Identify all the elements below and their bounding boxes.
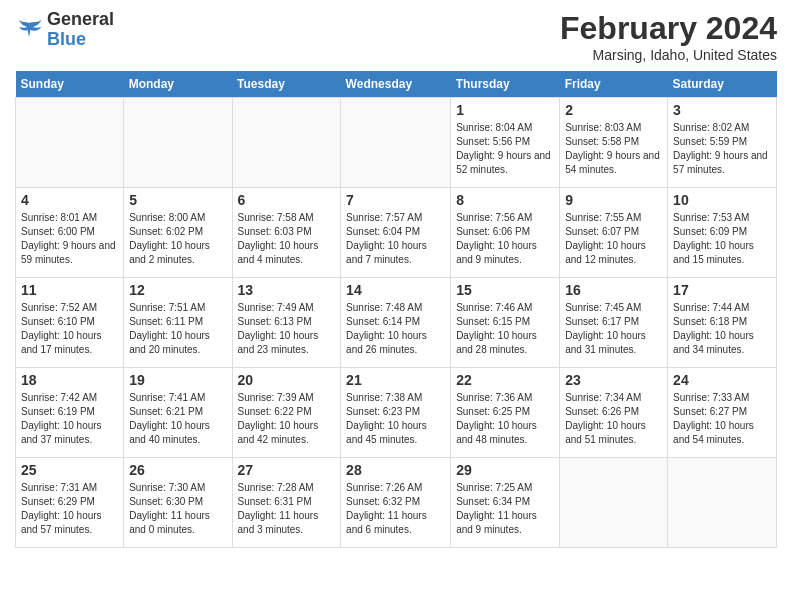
day-info: Sunrise: 7:31 AM Sunset: 6:29 PM Dayligh… [21, 481, 118, 537]
calendar-week-row: 4Sunrise: 8:01 AM Sunset: 6:00 PM Daylig… [16, 188, 777, 278]
day-info: Sunrise: 7:25 AM Sunset: 6:34 PM Dayligh… [456, 481, 554, 537]
day-number: 5 [129, 192, 226, 208]
weekday-header: Monday [124, 71, 232, 98]
calendar-day-cell: 29Sunrise: 7:25 AM Sunset: 6:34 PM Dayli… [451, 458, 560, 548]
day-number: 15 [456, 282, 554, 298]
day-info: Sunrise: 7:55 AM Sunset: 6:07 PM Dayligh… [565, 211, 662, 267]
page-header: General Blue February 2024 Marsing, Idah… [15, 10, 777, 63]
calendar-day-cell [560, 458, 668, 548]
day-info: Sunrise: 7:26 AM Sunset: 6:32 PM Dayligh… [346, 481, 445, 537]
calendar-day-cell: 5Sunrise: 8:00 AM Sunset: 6:02 PM Daylig… [124, 188, 232, 278]
day-info: Sunrise: 7:42 AM Sunset: 6:19 PM Dayligh… [21, 391, 118, 447]
day-info: Sunrise: 7:36 AM Sunset: 6:25 PM Dayligh… [456, 391, 554, 447]
day-number: 25 [21, 462, 118, 478]
day-info: Sunrise: 7:30 AM Sunset: 6:30 PM Dayligh… [129, 481, 226, 537]
logo-text: General Blue [47, 10, 114, 50]
day-number: 2 [565, 102, 662, 118]
weekday-header: Sunday [16, 71, 124, 98]
calendar-day-cell [124, 98, 232, 188]
day-number: 23 [565, 372, 662, 388]
day-info: Sunrise: 7:39 AM Sunset: 6:22 PM Dayligh… [238, 391, 336, 447]
month-year-title: February 2024 [560, 10, 777, 47]
calendar-day-cell: 25Sunrise: 7:31 AM Sunset: 6:29 PM Dayli… [16, 458, 124, 548]
day-number: 17 [673, 282, 771, 298]
calendar-week-row: 1Sunrise: 8:04 AM Sunset: 5:56 PM Daylig… [16, 98, 777, 188]
day-info: Sunrise: 8:00 AM Sunset: 6:02 PM Dayligh… [129, 211, 226, 267]
day-number: 1 [456, 102, 554, 118]
calendar-day-cell: 16Sunrise: 7:45 AM Sunset: 6:17 PM Dayli… [560, 278, 668, 368]
calendar-day-cell: 20Sunrise: 7:39 AM Sunset: 6:22 PM Dayli… [232, 368, 341, 458]
day-info: Sunrise: 8:01 AM Sunset: 6:00 PM Dayligh… [21, 211, 118, 267]
day-number: 19 [129, 372, 226, 388]
calendar-day-cell: 2Sunrise: 8:03 AM Sunset: 5:58 PM Daylig… [560, 98, 668, 188]
day-number: 18 [21, 372, 118, 388]
day-number: 13 [238, 282, 336, 298]
day-info: Sunrise: 7:57 AM Sunset: 6:04 PM Dayligh… [346, 211, 445, 267]
calendar-day-cell: 6Sunrise: 7:58 AM Sunset: 6:03 PM Daylig… [232, 188, 341, 278]
day-info: Sunrise: 7:52 AM Sunset: 6:10 PM Dayligh… [21, 301, 118, 357]
calendar-day-cell: 14Sunrise: 7:48 AM Sunset: 6:14 PM Dayli… [341, 278, 451, 368]
day-info: Sunrise: 8:02 AM Sunset: 5:59 PM Dayligh… [673, 121, 771, 177]
day-info: Sunrise: 8:04 AM Sunset: 5:56 PM Dayligh… [456, 121, 554, 177]
calendar-day-cell: 24Sunrise: 7:33 AM Sunset: 6:27 PM Dayli… [668, 368, 777, 458]
calendar-day-cell: 9Sunrise: 7:55 AM Sunset: 6:07 PM Daylig… [560, 188, 668, 278]
calendar-day-cell: 8Sunrise: 7:56 AM Sunset: 6:06 PM Daylig… [451, 188, 560, 278]
day-info: Sunrise: 7:33 AM Sunset: 6:27 PM Dayligh… [673, 391, 771, 447]
day-number: 24 [673, 372, 771, 388]
calendar-week-row: 11Sunrise: 7:52 AM Sunset: 6:10 PM Dayli… [16, 278, 777, 368]
day-number: 4 [21, 192, 118, 208]
day-number: 11 [21, 282, 118, 298]
calendar-day-cell: 18Sunrise: 7:42 AM Sunset: 6:19 PM Dayli… [16, 368, 124, 458]
day-number: 22 [456, 372, 554, 388]
calendar-table: SundayMondayTuesdayWednesdayThursdayFrid… [15, 71, 777, 548]
calendar-week-row: 25Sunrise: 7:31 AM Sunset: 6:29 PM Dayli… [16, 458, 777, 548]
calendar-day-cell: 27Sunrise: 7:28 AM Sunset: 6:31 PM Dayli… [232, 458, 341, 548]
logo-bird-icon [15, 16, 43, 44]
day-info: Sunrise: 8:03 AM Sunset: 5:58 PM Dayligh… [565, 121, 662, 177]
day-info: Sunrise: 7:58 AM Sunset: 6:03 PM Dayligh… [238, 211, 336, 267]
day-number: 8 [456, 192, 554, 208]
day-number: 20 [238, 372, 336, 388]
day-info: Sunrise: 7:46 AM Sunset: 6:15 PM Dayligh… [456, 301, 554, 357]
day-info: Sunrise: 7:51 AM Sunset: 6:11 PM Dayligh… [129, 301, 226, 357]
day-number: 27 [238, 462, 336, 478]
weekday-header: Saturday [668, 71, 777, 98]
day-number: 12 [129, 282, 226, 298]
day-number: 29 [456, 462, 554, 478]
weekday-header-row: SundayMondayTuesdayWednesdayThursdayFrid… [16, 71, 777, 98]
day-info: Sunrise: 7:38 AM Sunset: 6:23 PM Dayligh… [346, 391, 445, 447]
day-info: Sunrise: 7:49 AM Sunset: 6:13 PM Dayligh… [238, 301, 336, 357]
calendar-day-cell: 19Sunrise: 7:41 AM Sunset: 6:21 PM Dayli… [124, 368, 232, 458]
day-info: Sunrise: 7:41 AM Sunset: 6:21 PM Dayligh… [129, 391, 226, 447]
calendar-day-cell [668, 458, 777, 548]
day-info: Sunrise: 7:44 AM Sunset: 6:18 PM Dayligh… [673, 301, 771, 357]
day-number: 28 [346, 462, 445, 478]
day-number: 21 [346, 372, 445, 388]
calendar-day-cell: 3Sunrise: 8:02 AM Sunset: 5:59 PM Daylig… [668, 98, 777, 188]
calendar-day-cell: 12Sunrise: 7:51 AM Sunset: 6:11 PM Dayli… [124, 278, 232, 368]
calendar-day-cell: 11Sunrise: 7:52 AM Sunset: 6:10 PM Dayli… [16, 278, 124, 368]
calendar-day-cell: 28Sunrise: 7:26 AM Sunset: 6:32 PM Dayli… [341, 458, 451, 548]
calendar-day-cell: 13Sunrise: 7:49 AM Sunset: 6:13 PM Dayli… [232, 278, 341, 368]
day-info: Sunrise: 7:48 AM Sunset: 6:14 PM Dayligh… [346, 301, 445, 357]
weekday-header: Thursday [451, 71, 560, 98]
day-number: 14 [346, 282, 445, 298]
day-number: 6 [238, 192, 336, 208]
day-info: Sunrise: 7:45 AM Sunset: 6:17 PM Dayligh… [565, 301, 662, 357]
calendar-day-cell: 7Sunrise: 7:57 AM Sunset: 6:04 PM Daylig… [341, 188, 451, 278]
day-number: 7 [346, 192, 445, 208]
calendar-week-row: 18Sunrise: 7:42 AM Sunset: 6:19 PM Dayli… [16, 368, 777, 458]
logo: General Blue [15, 10, 114, 50]
day-info: Sunrise: 7:28 AM Sunset: 6:31 PM Dayligh… [238, 481, 336, 537]
calendar-day-cell: 22Sunrise: 7:36 AM Sunset: 6:25 PM Dayli… [451, 368, 560, 458]
day-number: 26 [129, 462, 226, 478]
weekday-header: Wednesday [341, 71, 451, 98]
day-number: 9 [565, 192, 662, 208]
weekday-header: Tuesday [232, 71, 341, 98]
day-info: Sunrise: 7:34 AM Sunset: 6:26 PM Dayligh… [565, 391, 662, 447]
weekday-header: Friday [560, 71, 668, 98]
calendar-day-cell: 17Sunrise: 7:44 AM Sunset: 6:18 PM Dayli… [668, 278, 777, 368]
calendar-day-cell: 10Sunrise: 7:53 AM Sunset: 6:09 PM Dayli… [668, 188, 777, 278]
calendar-day-cell: 23Sunrise: 7:34 AM Sunset: 6:26 PM Dayli… [560, 368, 668, 458]
calendar-day-cell [232, 98, 341, 188]
